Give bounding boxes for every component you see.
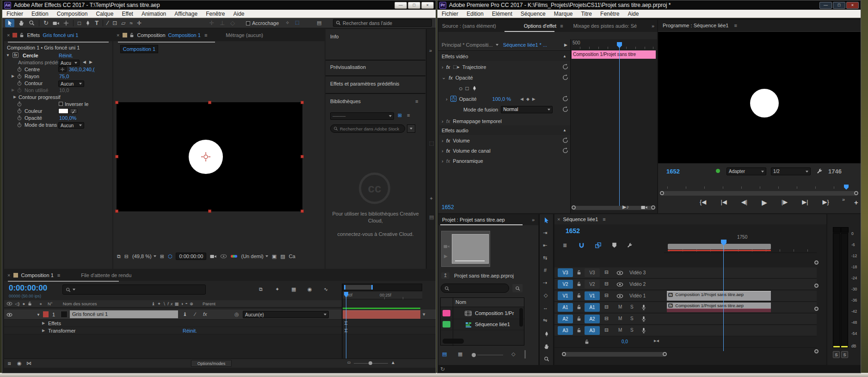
ec-section-video[interactable]: Effets vidéo▲ <box>439 51 570 61</box>
text-tool[interactable]: T <box>95 19 98 26</box>
tab-sequence[interactable]: Séquence liée1 <box>563 216 598 222</box>
selection-tool[interactable] <box>5 19 14 27</box>
track-v1-source-button[interactable]: V1 <box>558 291 573 300</box>
keyframe-nav-icon[interactable]: ▶◀ <box>654 339 659 343</box>
reset-icon[interactable] <box>562 74 568 80</box>
opacity-value[interactable]: 100,0 % <box>492 96 511 102</box>
toggle-switches-icon[interactable]: ⧈ <box>8 360 11 366</box>
panel-menu-icon[interactable]: ≡ <box>204 32 207 38</box>
ec-row-opacity-fx[interactable]: ⌄fxOpacité <box>439 73 570 82</box>
ec-master-label[interactable]: Principal * Compositi... <box>442 42 493 48</box>
lock-icon[interactable] <box>577 281 581 287</box>
comp-viewport[interactable] <box>117 102 302 211</box>
track-visibility-eye-icon[interactable] <box>616 271 623 275</box>
solo-button[interactable]: S <box>630 328 634 333</box>
hand-tool[interactable] <box>544 343 549 349</box>
rgb-channels-icon[interactable] <box>231 255 237 258</box>
anchor-target-icon[interactable] <box>201 152 210 161</box>
info-panel-header[interactable]: Info <box>330 34 339 39</box>
shape-tool[interactable]: □ <box>78 20 81 26</box>
pr-title-bar[interactable]: Pr Adobe Premiere Pro CC 2017 - K:\Films… <box>437 0 861 10</box>
linked-selection-icon[interactable] <box>595 242 601 248</box>
track-sync-icon[interactable]: ⊟ <box>604 304 609 310</box>
mute-button[interactable]: M <box>618 328 622 333</box>
collapse-triangle-icon[interactable]: ▼ <box>6 53 10 57</box>
ae-title-bar[interactable]: Ae Adobe After Effects CC 2017 - T:\Temp… <box>2 0 436 10</box>
stopwatch-icon[interactable] <box>17 67 22 72</box>
timeline-search[interactable] <box>62 284 206 295</box>
stock-search[interactable] <box>330 124 405 133</box>
item-color-swatch[interactable] <box>443 310 450 316</box>
expand-triangle-icon[interactable]: ▶ <box>42 328 45 333</box>
ae-menu-edition[interactable]: Edition <box>27 11 53 17</box>
color-swatch[interactable] <box>58 108 68 114</box>
panel-close-icon[interactable]: × <box>554 216 563 222</box>
tab-effect-controls[interactable]: Options d'effet <box>524 23 556 29</box>
layer-subrow-effects[interactable]: ▶ Effets Ɪ <box>4 320 436 327</box>
program-timecode[interactable]: 1652 <box>666 168 680 175</box>
param-value[interactable]: 75,0 <box>59 74 69 79</box>
stopwatch-toggle[interactable] <box>450 96 456 102</box>
panel-overflow-icon[interactable]: » <box>652 23 654 29</box>
ae-menu-fichier[interactable]: Fichier <box>2 11 27 17</box>
pr-maximize-button[interactable]: □ <box>833 2 845 9</box>
selection-handle[interactable] <box>301 101 304 104</box>
expand-chevron-icon[interactable]: › <box>442 64 443 70</box>
snapshot-camera-icon[interactable] <box>210 254 216 259</box>
expand-chevron-icon[interactable]: › <box>442 138 443 143</box>
zoom-in-mountain-icon[interactable]: ▲ <box>391 360 395 365</box>
time-ruler[interactable]: :00f 00:25f <box>343 292 422 299</box>
settings-wrench-icon[interactable] <box>816 168 823 174</box>
project-item-composition[interactable]: Composition 1/Pr <box>441 308 524 319</box>
zoom-tool[interactable] <box>29 20 35 26</box>
panel-resize-grip[interactable] <box>524 350 526 358</box>
ec-timecode[interactable]: 1652 <box>442 204 454 210</box>
axis-mode-view-icon[interactable]: ◇ <box>230 19 235 26</box>
play-button[interactable]: ▶ <box>762 198 767 207</box>
ec-sequence-label[interactable]: Séquence liée1 * ... <box>503 42 547 48</box>
tab-timeline-comp[interactable]: Composition 1 <box>21 272 53 278</box>
lock-icon[interactable] <box>577 304 581 310</box>
item-label[interactable]: Composition 1/Pr <box>475 310 514 316</box>
track-visibility-eye-icon[interactable] <box>616 282 623 287</box>
panel-overflow-icon[interactable]: » <box>532 217 535 222</box>
presets-panel-header[interactable]: Effets et paramètres prédéfinis <box>330 81 400 87</box>
blend-mode-dropdown[interactable]: Normal <box>501 106 553 113</box>
item-label[interactable]: Séquence liée1 <box>475 321 510 327</box>
lock-icon[interactable] <box>577 316 581 321</box>
thumbnail-zoom-handle[interactable] <box>472 353 476 357</box>
pr-menu-titre[interactable]: Titre <box>577 11 596 17</box>
time-nav-bar[interactable] <box>343 284 422 291</box>
layer-parent-dropdown[interactable]: Aucun(e) <box>243 311 329 318</box>
param-value[interactable]: 100,0% <box>59 115 76 121</box>
master-gain-value[interactable]: 0,0 <box>622 339 628 344</box>
contour-dropdown[interactable]: Aucun <box>58 80 84 87</box>
snap-options-icon[interactable]: ✧ <box>285 20 289 26</box>
modes-toggle-button[interactable]: Options/modes <box>191 360 232 367</box>
axis-mode-local-icon[interactable]: ✛ <box>209 19 214 26</box>
tab-audio-mixer[interactable]: Mixage des pistes audio: Sé <box>573 23 637 29</box>
track-a1-source-button[interactable]: A1 <box>558 303 573 312</box>
selection-handle[interactable] <box>115 155 118 158</box>
param-value[interactable]: 360,0,240,( <box>69 67 95 72</box>
reset-icon[interactable] <box>562 148 568 154</box>
automate-to-sequence-icon[interactable]: ◇ <box>511 351 515 357</box>
track-a1-target-button[interactable]: A1 <box>585 303 600 312</box>
ae-menu-aide[interactable]: Aide <box>229 11 248 17</box>
mute-button[interactable]: M <box>618 304 622 309</box>
ae-menu-animation[interactable]: Animation <box>137 11 170 17</box>
tab-project[interactable]: Projet : Projet sans titre.aep <box>442 217 505 222</box>
mask-visibility-icon[interactable]: ⬡ <box>168 253 172 260</box>
timeline-ruler[interactable] <box>664 241 817 253</box>
step-forward-frame-button[interactable]: |▶ <box>782 198 788 207</box>
section-collapse-icon[interactable]: ▲ <box>563 54 566 58</box>
tab-effets[interactable]: Effets <box>27 32 40 38</box>
track-sync-icon[interactable]: ⊟ <box>604 292 609 298</box>
remap-tool[interactable]: ⇢ <box>543 280 547 286</box>
preview-panel-header[interactable]: Prévisualisation <box>330 64 366 70</box>
clone-stamp-tool[interactable]: ⊡ <box>112 20 117 26</box>
panel-menu-icon[interactable]: ≡ <box>603 216 605 222</box>
rect-mask-icon[interactable]: □ <box>465 85 468 92</box>
layer-duration-bar[interactable] <box>343 310 420 319</box>
razor-tool[interactable]: ◇ <box>544 292 548 298</box>
